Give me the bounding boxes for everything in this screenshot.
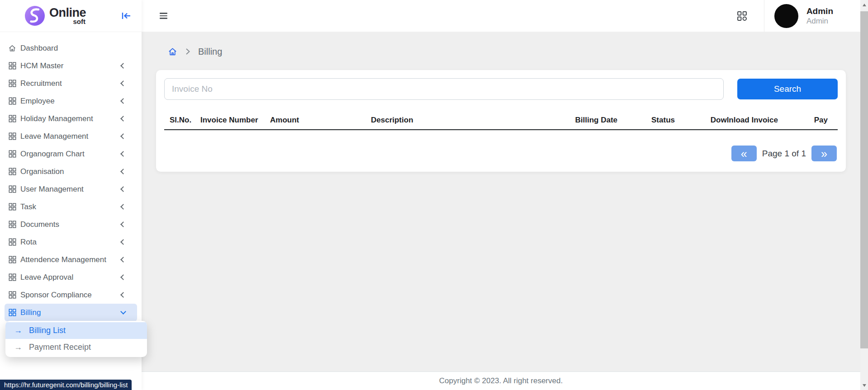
chevron-left-icon xyxy=(120,116,126,122)
chevron-left-icon xyxy=(120,274,126,280)
chevron-left-icon xyxy=(120,186,126,192)
column-header-pay: Pay xyxy=(783,111,838,130)
apps-grid-icon[interactable] xyxy=(737,11,747,21)
grid-icon xyxy=(8,132,16,141)
sidebar-item-label: Task xyxy=(20,202,119,211)
sidebar-item-holiday-management[interactable]: Holiday Management xyxy=(0,110,142,127)
breadcrumb: Billing xyxy=(168,43,846,60)
sidebar-item-dashboard[interactable]: Dashboard xyxy=(0,39,142,57)
table-empty-space xyxy=(164,130,838,146)
user-name: Admin xyxy=(806,6,833,17)
sidebar-item-label: Holiday Management xyxy=(20,114,119,123)
sidebar-item-label: Organisation xyxy=(20,167,119,176)
chevron-left-icon xyxy=(120,133,126,139)
grid-icon xyxy=(8,273,16,282)
search-button[interactable]: Search xyxy=(737,79,838,99)
grid-icon xyxy=(8,238,16,246)
sidebar-item-hcm-master[interactable]: HCM Master xyxy=(0,57,142,75)
billing-card: Search Sl.No.Invoice NumberAmountDescrip… xyxy=(156,70,846,172)
sidebar-item-documents[interactable]: Documents xyxy=(0,216,142,233)
column-header-invoice-number: Invoice Number xyxy=(200,111,270,130)
pagination-prev-button[interactable]: « xyxy=(731,146,757,161)
hamburger-menu-icon[interactable] xyxy=(160,13,167,19)
sidebar-collapse-button[interactable] xyxy=(120,10,132,21)
billing-table: Sl.No.Invoice NumberAmountDescriptionBil… xyxy=(164,111,838,130)
sidebar-item-rota[interactable]: Rota xyxy=(0,233,142,251)
sidebar-item-label: Documents xyxy=(20,220,119,229)
sidebar-item-organisation[interactable]: Organisation xyxy=(0,163,142,180)
column-header-status: Status xyxy=(623,111,679,130)
collapse-left-icon xyxy=(120,10,132,21)
sidebar-item-label: Leave Management xyxy=(20,132,119,141)
sidebar-item-label: Billing xyxy=(20,308,119,317)
grid-icon xyxy=(8,203,16,211)
scrollbar-thumb[interactable] xyxy=(860,11,868,348)
grid-icon xyxy=(8,62,16,70)
invoice-no-input[interactable] xyxy=(164,78,724,100)
sidebar-item-label: HCM Master xyxy=(20,61,119,70)
sidebar-item-label: User Management xyxy=(20,185,119,194)
grid-icon xyxy=(8,168,16,176)
sidebar-item-label: Recruitment xyxy=(20,79,119,88)
pagination: « Page 1 of 1 » xyxy=(164,146,838,161)
top-navbar: Admin Admin xyxy=(142,0,860,32)
sidebar-item-billing[interactable]: Billing xyxy=(5,304,137,321)
sidebar-item-employee[interactable]: Employee xyxy=(0,92,142,110)
brand-sub: soft xyxy=(49,18,86,25)
sidebar-item-label: Attendence Management xyxy=(20,255,119,264)
grid-icon xyxy=(8,256,16,264)
sidebar-item-label: Rota xyxy=(20,238,119,247)
grid-icon xyxy=(8,221,16,229)
grid-icon xyxy=(8,150,16,158)
search-row: Search xyxy=(164,78,838,100)
submenu-item-label: Billing List xyxy=(29,326,66,335)
home-icon[interactable] xyxy=(168,47,177,56)
brand-logo[interactable]: Online soft xyxy=(24,5,86,26)
sidebar-menu: DashboardHCM MasterRecruitmentEmployeeHo… xyxy=(0,32,142,321)
chevron-left-icon xyxy=(120,221,126,227)
chevron-right-icon xyxy=(183,47,192,56)
user-info: Admin Admin xyxy=(806,6,833,26)
pagination-label: Page 1 of 1 xyxy=(762,149,806,159)
submenu-item-payment-receipt[interactable]: →Payment Receipt xyxy=(5,339,147,356)
sidebar-item-label: Leave Approval xyxy=(20,273,119,282)
arrow-right-icon: → xyxy=(14,343,22,352)
sidebar-item-sponsor-compliance[interactable]: Sponsor Compliance xyxy=(0,286,142,304)
avatar[interactable] xyxy=(774,4,798,28)
sidebar-item-label: Sponsor Compliance xyxy=(20,291,119,300)
submenu-item-label: Payment Receipt xyxy=(29,343,91,352)
grid-icon xyxy=(8,80,16,88)
sidebar-item-task[interactable]: Task xyxy=(0,198,142,216)
grid-icon xyxy=(8,185,16,193)
chevron-left-icon xyxy=(120,151,126,157)
chevron-left-icon xyxy=(120,169,126,174)
column-header-description: Description xyxy=(371,111,541,130)
main-content: Billing Search Sl.No.Invoice NumberAmoun… xyxy=(142,32,860,390)
submenu-item-billing-list[interactable]: →Billing List xyxy=(5,322,147,339)
sidebar-item-leave-management[interactable]: Leave Management xyxy=(0,127,142,145)
scrollbar-up-arrow[interactable] xyxy=(860,1,868,9)
sidebar-item-user-management[interactable]: User Management xyxy=(0,180,142,198)
brand-name: Online xyxy=(49,7,86,19)
copyright-text: Copyright © 2023. All right reserved. xyxy=(439,376,563,385)
scrollbar-down-arrow[interactable] xyxy=(860,381,868,389)
chevron-down-icon xyxy=(120,309,126,315)
user-role: Admin xyxy=(806,16,833,26)
sidebar-item-recruitment[interactable]: Recruitment xyxy=(0,75,142,92)
chevron-left-icon xyxy=(120,204,126,210)
sidebar-item-organogram-chart[interactable]: Organogram Chart xyxy=(0,145,142,163)
chevron-left-icon xyxy=(120,98,126,104)
sidebar-header: Online soft xyxy=(0,0,142,32)
grid-icon xyxy=(8,291,16,299)
sidebar-item-leave-approval[interactable]: Leave Approval xyxy=(0,268,142,286)
statusbar-url: https://hr.futuregenit.com/billing/billi… xyxy=(4,381,128,389)
sidebar-item-attendence-management[interactable]: Attendence Management xyxy=(0,251,142,268)
pagination-next-button[interactable]: » xyxy=(811,146,837,161)
billing-submenu-popup: →Billing List→Payment Receipt xyxy=(5,321,147,357)
grid-icon xyxy=(8,115,16,123)
sidebar-item-label: Employee xyxy=(20,97,119,106)
link-preview-statusbar: https://hr.futuregenit.com/billing/billi… xyxy=(0,380,132,390)
sidebar-item-label: Organogram Chart xyxy=(20,150,119,159)
arrow-right-icon: → xyxy=(14,326,22,335)
home-icon xyxy=(8,44,16,52)
